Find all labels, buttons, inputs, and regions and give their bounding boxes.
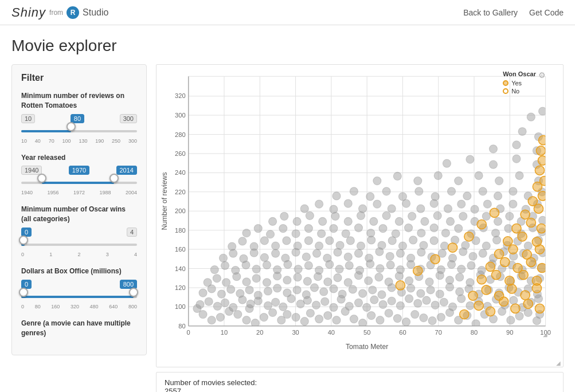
svg-point-186 — [365, 277, 373, 285]
svg-point-341 — [482, 212, 490, 220]
svg-text:160: 160 — [175, 246, 186, 253]
boxoffice-thumb-right[interactable] — [129, 288, 138, 297]
svg-point-375 — [494, 192, 502, 200]
year-thumb-right[interactable] — [109, 174, 119, 183]
svg-point-138 — [236, 289, 244, 297]
svg-point-324 — [268, 217, 276, 225]
svg-point-440 — [538, 156, 547, 165]
svg-point-101 — [264, 301, 272, 309]
svg-point-385 — [495, 177, 503, 185]
svg-point-156 — [407, 284, 415, 292]
svg-point-239 — [240, 254, 248, 262]
svg-point-305 — [318, 230, 326, 238]
page-content: Movie explorer Filter Minimum number of … — [0, 25, 575, 392]
svg-point-283 — [378, 241, 386, 249]
oscar-slider[interactable] — [21, 239, 137, 250]
reviews-thumb[interactable] — [67, 122, 76, 131]
boxoffice-label: Dollars at Box Office (millions) — [21, 266, 137, 276]
oscar-thumb[interactable] — [19, 236, 28, 245]
svg-point-303 — [292, 230, 300, 238]
svg-point-141 — [264, 287, 272, 295]
svg-point-293 — [482, 242, 490, 250]
svg-point-217 — [345, 261, 353, 269]
chart-resize-handle[interactable]: ◢ — [556, 360, 562, 366]
back-to-gallery-link[interactable]: Back to Gallery — [463, 8, 518, 17]
svg-point-386 — [515, 171, 523, 179]
svg-point-358 — [457, 200, 466, 208]
svg-point-150 — [349, 285, 357, 293]
svg-point-159 — [436, 290, 444, 298]
svg-text:200: 200 — [175, 207, 186, 214]
svg-point-411 — [521, 291, 530, 300]
svg-point-390 — [489, 160, 497, 168]
svg-point-208 — [252, 265, 260, 273]
svg-point-222 — [396, 265, 404, 273]
boxoffice-fill — [21, 296, 134, 298]
svg-point-332 — [370, 217, 378, 225]
svg-point-433 — [521, 210, 530, 219]
legend-no-circle — [503, 88, 508, 94]
svg-point-253 — [386, 252, 394, 260]
year-filter: Year released 1940 1970 2014 1940 1956 — [21, 153, 137, 196]
svg-point-366 — [350, 187, 358, 195]
svg-point-448 — [477, 219, 486, 229]
x-axis-labels: 0 10 20 30 40 50 60 70 80 90 100 — [187, 329, 551, 336]
svg-point-157 — [417, 289, 425, 297]
svg-point-333 — [382, 211, 390, 219]
year-slider[interactable] — [21, 177, 137, 189]
year-min-val: 1940 — [21, 166, 42, 175]
svg-point-357 — [444, 205, 452, 213]
svg-point-66 — [315, 315, 323, 323]
svg-point-229 — [467, 261, 475, 269]
svg-point-371 — [431, 193, 439, 201]
svg-point-301 — [266, 230, 274, 238]
svg-point-113 — [363, 303, 371, 311]
year-from-val: 1970 — [69, 166, 89, 175]
svg-text:90: 90 — [506, 329, 513, 336]
svg-point-79 — [428, 317, 436, 325]
svg-point-447 — [464, 232, 474, 241]
svg-point-262 — [479, 249, 487, 257]
svg-text:80: 80 — [471, 329, 478, 336]
svg-point-320 — [504, 225, 513, 233]
svg-point-171 — [213, 275, 221, 283]
boxoffice-thumb-left[interactable] — [19, 288, 28, 297]
svg-point-245 — [302, 253, 310, 261]
svg-point-400 — [460, 309, 469, 319]
reviews-filter: Minimum number of reviews on Rotten Toma… — [21, 91, 137, 144]
svg-point-307 — [342, 230, 350, 238]
svg-point-330 — [344, 217, 352, 225]
gear-icon[interactable]: ⚙ — [538, 70, 546, 80]
svg-point-103 — [279, 303, 287, 311]
scatter-svg: 0 10 20 30 40 50 60 70 80 90 100 Tomato … — [157, 65, 563, 367]
svg-point-420 — [513, 263, 522, 272]
boxoffice-slider[interactable] — [21, 291, 137, 303]
svg-point-404 — [511, 304, 520, 313]
svg-point-372 — [447, 187, 455, 195]
svg-point-431 — [526, 218, 535, 227]
svg-point-187 — [375, 273, 383, 281]
svg-point-300 — [254, 225, 262, 233]
svg-point-184 — [344, 279, 352, 287]
svg-point-117 — [396, 301, 404, 309]
svg-point-393 — [489, 145, 497, 153]
oscar-ticks: 0 1 2 3 4 — [21, 252, 137, 257]
svg-point-325 — [280, 212, 288, 220]
svg-point-74 — [385, 309, 393, 317]
svg-point-342 — [494, 217, 502, 225]
reviews-slider[interactable] — [21, 126, 137, 137]
svg-point-350 — [344, 199, 352, 207]
svg-point-102 — [272, 298, 280, 306]
svg-point-335 — [408, 212, 416, 220]
svg-point-242 — [272, 249, 280, 257]
svg-text:50: 50 — [363, 329, 370, 336]
svg-point-432 — [537, 224, 546, 233]
svg-point-118 — [405, 295, 413, 303]
svg-point-384 — [475, 171, 483, 179]
get-code-link[interactable]: Get Code — [529, 8, 564, 17]
resize-handle[interactable]: ◢ — [543, 331, 547, 338]
year-track — [21, 182, 137, 184]
svg-point-408 — [482, 285, 491, 295]
app-logo: Shiny from R Studio — [11, 5, 108, 20]
info-panel: Number of movies selected: 2557 — [156, 372, 564, 392]
